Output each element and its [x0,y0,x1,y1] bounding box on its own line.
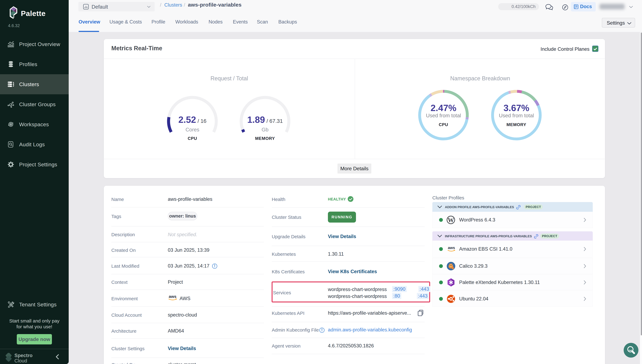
svg-text:W: W [448,216,454,224]
svg-text:aws: aws [169,294,176,299]
svg-text:aws: aws [448,246,455,250]
